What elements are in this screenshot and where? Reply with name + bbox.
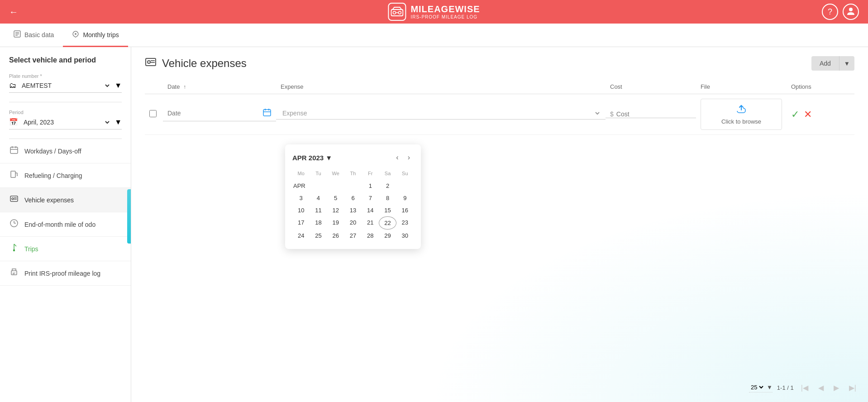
new-row-checkbox[interactable] <box>149 110 157 117</box>
period-section: Period 📅 April, 2023 ▼ <box>0 110 131 129</box>
vehicle-expenses-label: Vehicle expenses <box>24 196 74 204</box>
calendar-day-23[interactable]: 23 <box>396 216 414 230</box>
calendar-day-11[interactable]: 11 <box>310 204 327 216</box>
calendar-day-3[interactable]: 3 <box>292 192 310 204</box>
date-input-cell[interactable] <box>163 108 276 121</box>
cost-input[interactable] <box>616 110 692 118</box>
calendar-day-18[interactable]: 18 <box>310 216 327 230</box>
bg-decoration <box>426 189 868 402</box>
page-last-button[interactable]: ▶| <box>846 383 859 393</box>
page-next-button[interactable]: ▶ <box>831 383 842 393</box>
calendar-day-7[interactable]: 7 <box>362 192 379 204</box>
calendar-day-22[interactable]: 22 <box>379 216 396 230</box>
calendar-next-button[interactable]: › <box>404 152 414 163</box>
col-date-label: Date <box>167 83 180 90</box>
period-select[interactable]: April, 2023 <box>22 118 111 126</box>
add-button-dropdown[interactable]: ▼ <box>839 56 854 71</box>
tabs-bar: Basic data Monthly trips <box>0 24 868 47</box>
sidebar-item-vehicle-expenses[interactable]: Vehicle expenses <box>0 188 131 212</box>
svg-point-1 <box>393 11 396 14</box>
file-upload-cell[interactable]: Click to browse <box>696 99 787 130</box>
calendar-day-29[interactable]: 29 <box>379 230 396 242</box>
menu-toggle-button[interactable]: ← <box>9 7 18 17</box>
expense-select-cell[interactable]: Expense <box>276 109 606 120</box>
calendar-day-4[interactable]: 4 <box>310 192 327 204</box>
calendar-day-30[interactable]: 30 <box>396 230 414 242</box>
calendar-day-26[interactable]: 26 <box>327 230 344 242</box>
col-expense: Expense <box>276 83 606 90</box>
date-input[interactable] <box>167 110 260 117</box>
help-button[interactable]: ? <box>822 4 838 20</box>
sidebar-item-end-of-month[interactable]: End-of-month mile of odo <box>0 212 131 237</box>
svg-rect-14 <box>11 171 15 177</box>
refueling-label: Refueling / Charging <box>24 172 82 179</box>
tab-basic-data[interactable]: Basic data <box>5 24 63 47</box>
calendar-day-28[interactable]: 28 <box>362 230 379 242</box>
calendar-day-25[interactable]: 25 <box>310 230 327 242</box>
user-button[interactable] <box>843 4 859 20</box>
calendar-day-27[interactable]: 27 <box>344 230 362 242</box>
trips-label: Trips <box>24 245 38 253</box>
calendar-day-14[interactable]: 14 <box>362 204 379 216</box>
tab-monthly-trips[interactable]: Monthly trips <box>63 24 128 47</box>
page-info: 1-1 / 1 <box>777 384 794 391</box>
page-prev-button[interactable]: ◀ <box>816 383 826 393</box>
calendar-day-16[interactable]: 16 <box>396 204 414 216</box>
calendar-day-6[interactable]: 6 <box>344 192 362 204</box>
app-subtitle: IRS-PROOF MILEAGE LOG <box>410 14 480 19</box>
calendar-day-17[interactable]: 17 <box>292 216 310 230</box>
calendar-day-15[interactable]: 15 <box>379 204 396 216</box>
page-header: Vehicle expenses Add ▼ <box>145 56 854 71</box>
sidebar-title: Select vehicle and period <box>0 56 131 73</box>
plate-select-wrapper[interactable]: 🗂 AEMTEST ▼ <box>9 81 122 93</box>
cost-input-cell[interactable]: $ <box>606 110 696 118</box>
calendar-open-button[interactable] <box>262 108 272 119</box>
main-layout: Select vehicle and period Plate number *… <box>0 47 868 402</box>
col-cost: Cost <box>606 83 696 90</box>
calendar-day-2[interactable]: 2 <box>379 180 396 192</box>
logo-text: MILEAGEWISE IRS-PROOF MILEAGE LOG <box>410 4 480 19</box>
upload-text: Click to browse <box>721 118 761 125</box>
calendar-day-9[interactable]: 9 <box>396 192 414 204</box>
plate-select[interactable]: AEMTEST <box>20 81 111 90</box>
calendar-month-button[interactable]: APR 2023 ▼ <box>292 154 332 162</box>
expense-select[interactable]: Expense <box>281 109 601 117</box>
calendar-day-20[interactable]: 20 <box>344 216 362 230</box>
add-button[interactable]: Add <box>811 56 839 71</box>
calendar-day-8[interactable]: 8 <box>379 192 396 204</box>
sidebar-item-workdays[interactable]: Workdays / Days-off <box>0 139 131 163</box>
plate-section: Plate number * 🗂 AEMTEST ▼ <box>0 73 131 93</box>
help-icon: ? <box>828 7 832 17</box>
trips-icon <box>9 243 19 254</box>
weekday-su: Su <box>396 169 414 178</box>
basic-data-icon <box>14 30 21 39</box>
add-dropdown-icon: ▼ <box>844 60 850 67</box>
sidebar-teal-decoration <box>127 189 131 244</box>
calendar-day-13[interactable]: 13 <box>344 204 362 216</box>
calendar-prev-button[interactable]: ‹ <box>392 152 402 163</box>
period-select-wrapper[interactable]: 📅 April, 2023 ▼ <box>9 118 122 129</box>
cancel-button[interactable]: ✕ <box>804 109 812 120</box>
calendar-day-12[interactable]: 12 <box>327 204 344 216</box>
calendar-month-label: APR 2023 <box>292 154 324 162</box>
sidebar-item-trips[interactable]: Trips <box>0 237 131 261</box>
calendar-day-5[interactable]: 5 <box>327 192 344 204</box>
calendar-day-19[interactable]: 19 <box>327 216 344 230</box>
col-checkbox <box>145 83 163 90</box>
sidebar-item-refueling[interactable]: Refueling / Charging <box>0 163 131 188</box>
page-title: Vehicle expenses <box>162 57 247 70</box>
app-header: ← MILEAGEWISE IRS-PROOF MILEAGE LOG ? <box>0 0 868 24</box>
page-first-button[interactable]: |◀ <box>798 383 811 393</box>
page-size-select[interactable]: 25 <box>749 383 765 391</box>
sidebar-item-print[interactable]: Print IRS-proof mileage log <box>0 261 131 286</box>
calendar-day-10[interactable]: 10 <box>292 204 310 216</box>
hamburger-icon: ← <box>9 7 18 17</box>
calendar-day-24[interactable]: 24 <box>292 230 310 242</box>
confirm-button[interactable]: ✓ <box>791 109 799 120</box>
calendar-day-21[interactable]: 21 <box>362 216 379 230</box>
page-size-selector[interactable]: 25 ▼ <box>749 383 773 392</box>
calendar-day-1[interactable]: 1 <box>362 180 379 192</box>
tab-monthly-trips-label: Monthly trips <box>83 31 119 38</box>
file-upload-box[interactable]: Click to browse <box>701 99 782 130</box>
col-date[interactable]: Date ↑ <box>163 83 276 90</box>
